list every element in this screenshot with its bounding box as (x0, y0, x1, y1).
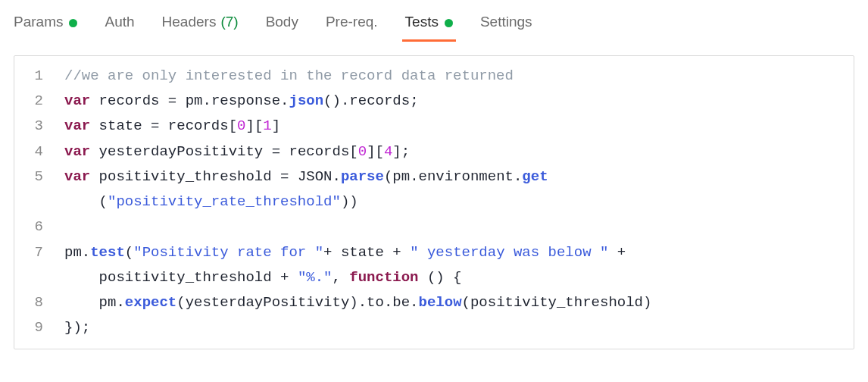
tab-label: Body (266, 14, 298, 31)
code-content (57, 214, 83, 240)
code-content: var state = records[0][1] (57, 114, 291, 139)
code-line: 8 pm.expect(yesterdayPositivity).to.be.b… (14, 290, 854, 315)
code-line: 4 var yesterdayPositivity = records[0][4… (14, 139, 854, 164)
tab-body[interactable]: Body (252, 14, 312, 42)
tab-tests[interactable]: Tests (392, 14, 467, 42)
code-line: 7 pm.test("Positivity rate for "+ state … (14, 240, 854, 265)
code-content: var positivity_threshold = JSON.parse(pm… (57, 164, 559, 189)
tab-params[interactable]: Params (14, 14, 91, 42)
code-line: 3 var state = records[0][1] (14, 114, 854, 139)
code-content: pm.test("Positivity rate for "+ state + … (57, 240, 636, 265)
tab-auth[interactable]: Auth (91, 14, 148, 42)
code-content: var records = pm.response.json().records… (57, 89, 429, 114)
line-number: 5 (14, 164, 57, 189)
tab-label: Pre-req. (326, 14, 378, 31)
code-line: 2 var records = pm.response.json().recor… (14, 89, 854, 114)
line-number: 6 (14, 214, 57, 240)
headers-count: (7) (220, 14, 238, 31)
code-content: positivity_threshold + "%.", function ()… (57, 265, 473, 290)
request-tabs: Params Auth Headers (7) Body Pre-req. Te… (0, 0, 868, 42)
tab-label: Params (14, 14, 63, 31)
code-content: }); (57, 315, 101, 340)
tab-settings[interactable]: Settings (467, 14, 546, 42)
code-line: positivity_threshold + "%.", function ()… (14, 265, 854, 290)
tab-pre-req[interactable]: Pre-req. (312, 14, 392, 42)
code-content: var yesterdayPositivity = records[0][4]; (57, 139, 420, 164)
line-number: 3 (14, 114, 57, 139)
line-number: 9 (14, 315, 57, 340)
tab-label: Headers (162, 14, 217, 31)
tab-headers[interactable]: Headers (7) (148, 14, 252, 42)
status-dot-icon (445, 19, 453, 27)
code-line: 5 var positivity_threshold = JSON.parse(… (14, 164, 854, 189)
code-content: pm.expect(yesterdayPositivity).to.be.bel… (57, 290, 662, 315)
tab-label: Settings (480, 14, 532, 31)
line-number: 7 (14, 240, 57, 265)
line-number: 8 (14, 290, 57, 315)
line-number: 1 (14, 64, 57, 89)
line-number: 2 (14, 89, 57, 114)
code-line: ("positivity_rate_threshold")) (14, 189, 854, 214)
tab-label: Auth (105, 14, 134, 31)
code-content: //we are only interested in the record d… (57, 64, 524, 89)
code-editor[interactable]: 1 //we are only interested in the record… (14, 55, 854, 349)
code-line: 1 //we are only interested in the record… (14, 64, 854, 89)
tab-label: Tests (405, 14, 439, 31)
code-content: ("positivity_rate_threshold")) (57, 189, 369, 214)
status-dot-icon (69, 19, 77, 27)
line-number: 4 (14, 139, 57, 164)
code-line: 6 (14, 214, 854, 240)
code-line: 9 }); (14, 315, 854, 340)
